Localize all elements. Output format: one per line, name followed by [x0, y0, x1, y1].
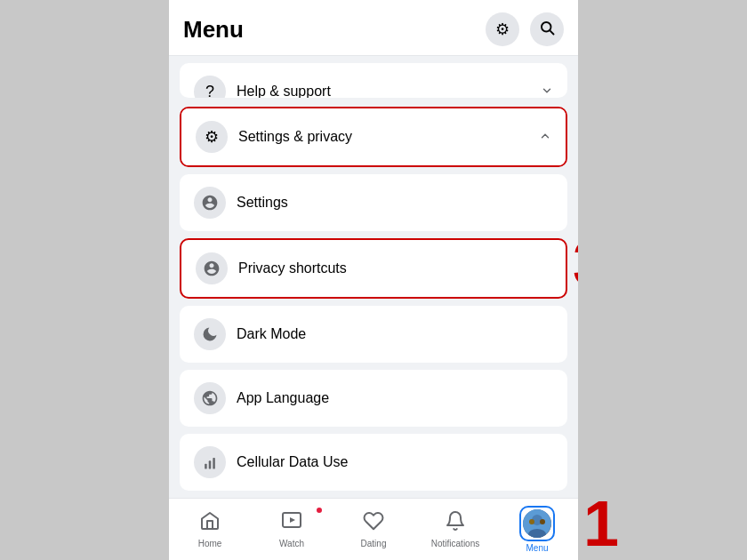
- privacy-shortcuts-row[interactable]: Privacy shortcuts 3: [180, 238, 567, 299]
- svg-point-10: [529, 519, 534, 524]
- watch-icon: [281, 510, 302, 537]
- help-section: ? Help & support: [180, 63, 567, 98]
- search-button[interactable]: [530, 12, 564, 46]
- menu-avatar: [523, 509, 551, 538]
- help-icon: ?: [194, 76, 226, 98]
- header-icons: ⚙: [486, 12, 564, 46]
- bottom-nav: Home Watch Dating: [169, 498, 578, 560]
- step-number-3: 3: [573, 231, 578, 295]
- privacy-icon: [196, 252, 228, 284]
- dating-icon: [363, 510, 384, 537]
- dark-mode-row[interactable]: Dark Mode: [180, 306, 567, 363]
- help-label: Help & support: [237, 84, 541, 98]
- cellular-data-icon: [194, 446, 226, 478]
- settings-label: Settings: [237, 195, 553, 211]
- notifications-icon: [445, 510, 466, 537]
- nav-notifications[interactable]: Notifications: [414, 499, 496, 560]
- nav-dating[interactable]: Dating: [333, 499, 414, 560]
- watch-notification-dot: [315, 506, 324, 515]
- app-language-row[interactable]: App Language: [180, 370, 567, 427]
- menu-header: Menu ⚙: [169, 0, 578, 56]
- svg-rect-3: [209, 460, 212, 468]
- settings-privacy-chevron: [539, 130, 551, 145]
- settings-privacy-section: ⚙ Settings & privacy: [180, 107, 567, 167]
- cellular-data-row[interactable]: Cellular Data Use: [180, 434, 567, 491]
- menu-content: ? Help & support ⚙ Settings & privacy: [169, 56, 578, 498]
- svg-rect-4: [213, 458, 215, 469]
- nav-home[interactable]: Home: [169, 499, 251, 560]
- menu-nav-label: Menu: [526, 543, 548, 553]
- app-language-icon: [194, 382, 226, 414]
- gear-icon: ⚙: [495, 20, 510, 39]
- settings-privacy-header[interactable]: ⚙ Settings & privacy: [181, 108, 566, 165]
- settings-icon: [194, 187, 226, 219]
- watch-label: Watch: [279, 539, 304, 548]
- app-language-label: App Language: [237, 390, 553, 406]
- svg-rect-2: [205, 464, 207, 469]
- settings-privacy-label: Settings & privacy: [238, 129, 539, 145]
- search-icon: [539, 20, 555, 40]
- privacy-shortcuts-label: Privacy shortcuts: [238, 260, 551, 276]
- dark-mode-icon: [194, 318, 226, 350]
- home-icon: [199, 510, 221, 537]
- step-number-1: 1: [583, 492, 619, 556]
- svg-point-11: [540, 519, 545, 524]
- sub-menu-section: Settings Privacy shortcuts 3: [180, 174, 567, 491]
- nav-menu[interactable]: Menu: [496, 499, 578, 560]
- settings-privacy-outer: ⚙ Settings & privacy 2: [180, 107, 567, 491]
- menu-avatar-border: [519, 506, 555, 541]
- settings-privacy-icon: ⚙: [196, 121, 228, 153]
- gear-button[interactable]: ⚙: [486, 12, 519, 46]
- cellular-data-label: Cellular Data Use: [237, 454, 553, 470]
- svg-line-1: [550, 30, 553, 34]
- svg-marker-6: [290, 517, 295, 523]
- help-row[interactable]: ? Help & support: [180, 63, 567, 98]
- notifications-label: Notifications: [431, 539, 479, 548]
- dating-label: Dating: [361, 539, 387, 548]
- settings-row[interactable]: Settings: [180, 174, 567, 231]
- dark-mode-label: Dark Mode: [237, 326, 553, 342]
- home-label: Home: [198, 539, 222, 548]
- nav-watch[interactable]: Watch: [251, 499, 333, 560]
- help-chevron: [541, 84, 553, 99]
- menu-title: Menu: [183, 16, 244, 44]
